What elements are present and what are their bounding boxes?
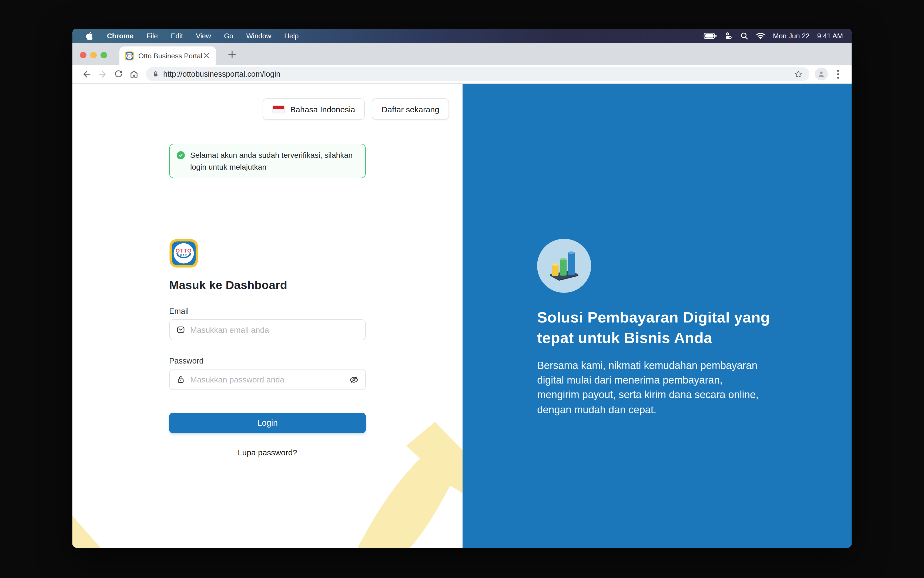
- zoom-window-button[interactable]: [101, 52, 107, 58]
- apple-icon[interactable]: [86, 32, 93, 40]
- form-heading: Masuk ke Dashboard: [169, 279, 366, 292]
- ottopay-favicon: OTTO: [125, 51, 134, 60]
- top-actions: Bahasa Indonesia Daftar sekarang: [263, 98, 449, 120]
- padlock-icon[interactable]: [153, 70, 159, 78]
- password-input[interactable]: [190, 375, 344, 384]
- browser-tab[interactable]: OTTO Otto Business Portal: [119, 47, 216, 65]
- indonesia-flag-icon: [272, 105, 285, 113]
- page-content: Bahasa Indonesia Daftar sekarang Selamat…: [72, 84, 852, 548]
- wifi-icon[interactable]: [756, 32, 765, 39]
- menu-item-file[interactable]: File: [146, 32, 158, 40]
- bar-chart-icon: [548, 250, 580, 281]
- language-button-label: Bahasa Indonesia: [290, 104, 355, 114]
- ottopay-logo: OTTO PAY: [169, 239, 198, 268]
- logo-otto-text: OTTO: [175, 248, 192, 253]
- login-button[interactable]: Login: [169, 413, 366, 433]
- login-form: OTTO PAY Masuk ke Dashboard Email: [169, 239, 366, 457]
- menu-item-go[interactable]: Go: [224, 32, 234, 40]
- login-panel: Bahasa Indonesia Daftar sekarang Selamat…: [72, 84, 463, 548]
- email-field-wrapper: [169, 319, 366, 340]
- back-icon[interactable]: [79, 66, 94, 82]
- register-button[interactable]: Daftar sekarang: [372, 98, 449, 120]
- browser-window: Chrome File Edit View Go Window Help: [72, 29, 852, 548]
- menu-item-edit[interactable]: Edit: [171, 32, 183, 40]
- home-icon[interactable]: [126, 66, 141, 82]
- menu-items: Chrome File Edit View Go Window Help: [107, 32, 299, 40]
- address-bar[interactable]: http://ottobusinessportal.com/login: [146, 67, 809, 81]
- bookmark-star-icon[interactable]: [794, 70, 803, 79]
- tab-close-icon[interactable]: [202, 51, 211, 60]
- hero-description: Bersama kami, nikmati kemudahan pembayar…: [537, 358, 807, 417]
- hero-heading: Solusi Pembayaran Digital yang tepat unt…: [537, 307, 796, 348]
- email-input[interactable]: [190, 325, 359, 334]
- browser-menu-icon[interactable]: [831, 67, 845, 81]
- control-center-icon[interactable]: [725, 32, 733, 40]
- hero-panel: Solusi Pembayaran Digital yang tepat unt…: [463, 84, 852, 548]
- check-circle-icon: [177, 151, 185, 159]
- browser-toolbar: http://ottobusinessportal.com/login: [72, 65, 852, 84]
- password-field-wrapper: [169, 369, 366, 390]
- email-label: Email: [169, 307, 366, 315]
- menu-item-window[interactable]: Window: [247, 32, 271, 40]
- url-text[interactable]: http://ottobusinessportal.com/login: [163, 70, 794, 78]
- menu-item-view[interactable]: View: [196, 32, 211, 40]
- profile-avatar-icon[interactable]: [815, 68, 828, 81]
- search-icon[interactable]: [740, 32, 749, 40]
- menu-bar-time[interactable]: 9:41 AM: [817, 32, 843, 40]
- new-tab-button[interactable]: [226, 48, 238, 60]
- lock-icon: [176, 375, 185, 384]
- register-button-label: Daftar sekarang: [382, 104, 439, 114]
- reload-icon[interactable]: [110, 66, 126, 82]
- menu-bar-date[interactable]: Mon Jun 22: [773, 32, 810, 40]
- close-window-button[interactable]: [80, 52, 86, 58]
- logo-pay-text: PAY: [180, 253, 187, 257]
- forward-icon[interactable]: [94, 66, 110, 82]
- language-button[interactable]: Bahasa Indonesia: [263, 98, 365, 120]
- desktop: Chrome File Edit View Go Window Help: [0, 0, 924, 578]
- menu-item-chrome[interactable]: Chrome: [107, 32, 133, 40]
- success-alert: Selamat akun anda sudah terverifikasi, s…: [169, 144, 366, 178]
- email-icon: [176, 325, 185, 334]
- success-alert-text: Selamat akun anda sudah terverifikasi, s…: [190, 151, 352, 171]
- tab-strip: OTTO Otto Business Portal: [72, 43, 852, 65]
- hero-illustration-circle: [537, 239, 591, 293]
- window-controls: [80, 52, 107, 58]
- eye-off-icon[interactable]: [349, 375, 359, 384]
- tab-title: Otto Business Portal: [138, 52, 202, 60]
- password-label: Password: [169, 357, 366, 365]
- forgot-password-link[interactable]: Lupa password?: [169, 448, 366, 457]
- minimize-window-button[interactable]: [90, 52, 97, 58]
- macos-menu-bar: Chrome File Edit View Go Window Help: [72, 29, 852, 43]
- battery-icon[interactable]: [704, 32, 717, 39]
- svg-text:OTTO: OTTO: [127, 54, 132, 56]
- menu-item-help[interactable]: Help: [284, 32, 299, 40]
- menu-bar-status: Mon Jun 22 9:41 AM: [704, 32, 843, 40]
